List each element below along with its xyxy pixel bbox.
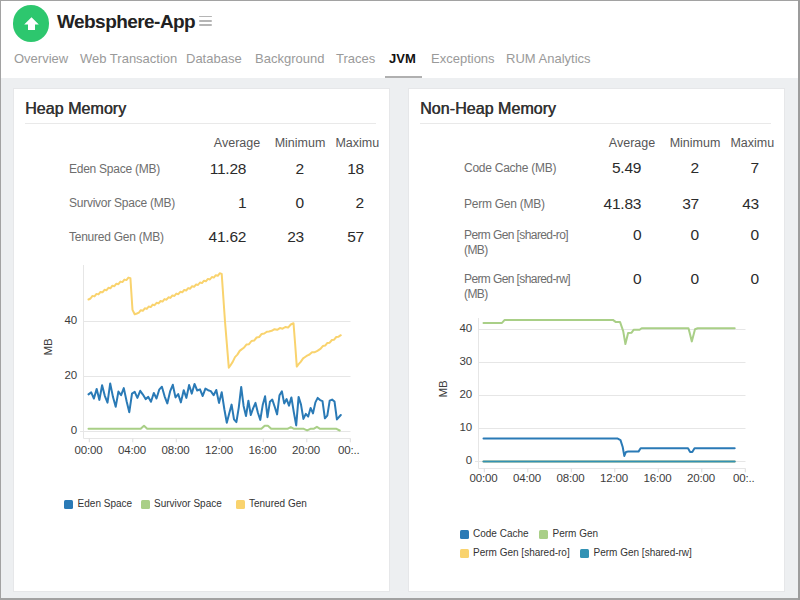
svg-text:20:00: 20:00 — [292, 444, 320, 456]
svg-text:20:00: 20:00 — [687, 472, 715, 484]
svg-text:00:..: 00:.. — [733, 472, 754, 484]
svg-text:12:00: 12:00 — [205, 444, 233, 456]
svg-text:20: 20 — [460, 388, 472, 400]
svg-text:12:00: 12:00 — [600, 472, 628, 484]
svg-text:00:..: 00:.. — [338, 444, 359, 456]
svg-text:MB: MB — [437, 380, 449, 397]
svg-text:0: 0 — [466, 454, 472, 466]
svg-text:00:00: 00:00 — [75, 444, 103, 456]
svg-text:40: 40 — [65, 314, 77, 326]
svg-text:04:00: 04:00 — [513, 472, 541, 484]
svg-text:08:00: 08:00 — [557, 472, 585, 484]
svg-text:0: 0 — [71, 424, 77, 436]
svg-text:10: 10 — [460, 421, 472, 433]
svg-text:04:00: 04:00 — [118, 444, 146, 456]
svg-text:40: 40 — [460, 322, 472, 334]
svg-text:MB: MB — [42, 338, 54, 355]
svg-text:08:00: 08:00 — [162, 444, 190, 456]
svg-text:00:00: 00:00 — [470, 472, 498, 484]
svg-text:30: 30 — [460, 355, 472, 367]
svg-text:20: 20 — [65, 369, 77, 381]
svg-text:16:00: 16:00 — [249, 444, 277, 456]
svg-text:16:00: 16:00 — [644, 472, 672, 484]
